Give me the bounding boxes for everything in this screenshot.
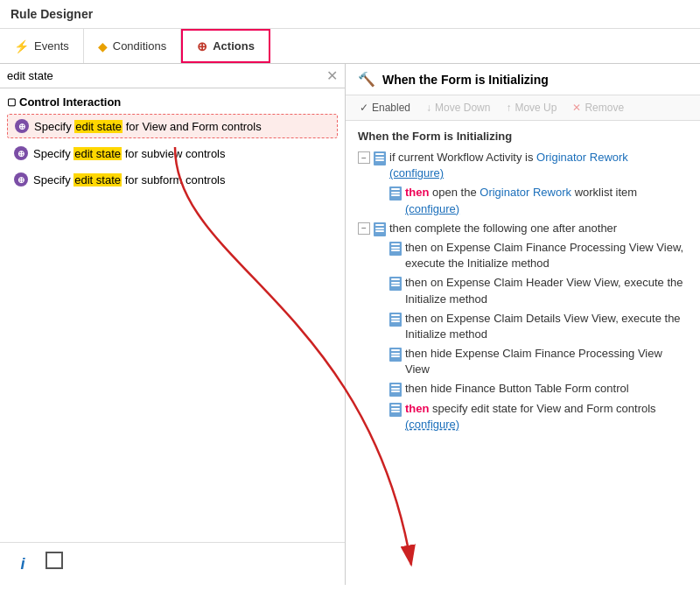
enabled-icon: ✓ (360, 102, 368, 114)
section-header: ▢ Control Interaction (7, 95, 338, 109)
tab-actions-label: Actions (213, 39, 255, 53)
list-item[interactable]: ⊕ Specify edit state for subview control… (7, 142, 338, 165)
rule-row-6: then specify edit state for View and For… (389, 401, 688, 433)
section-header-label: Control Interaction (19, 95, 121, 109)
page-title: Rule Designer (0, 0, 700, 29)
item-text-3: Specify edit state for subform controls (33, 173, 226, 186)
rule-text-then-block: then complete the following one after an… (389, 221, 617, 236)
doc-icon-1 (389, 242, 402, 256)
then-keyword-2: then (405, 402, 429, 415)
conditions-icon: ◆ (98, 39, 108, 53)
doc-icon-2 (389, 277, 402, 291)
rule-text-2: then on Expense Claim Header View View, … (405, 275, 688, 306)
section-title: When the Form is Initializing (358, 130, 688, 143)
move-down-label: Move Down (435, 102, 490, 114)
link-originator-rework[interactable]: Originator Rework (536, 151, 628, 164)
square-button[interactable] (46, 552, 63, 569)
right-header-title: When the Form is Initializing (382, 73, 549, 87)
tab-conditions-label: Conditions (113, 39, 166, 53)
then-keyword: then (405, 186, 429, 199)
right-content: When the Form is Initializing − if curre… (346, 121, 700, 585)
rule-text-5: then hide Finance Button Table Form cont… (405, 381, 629, 397)
tab-bar: ⚡ Events ◆ Conditions ⊕ Actions (0, 29, 700, 64)
collapse-if[interactable]: − (358, 151, 370, 164)
doc-icon-then (389, 186, 402, 201)
move-down-icon: ↓ (426, 102, 431, 114)
rule-text-3: then on Expense Claim Details View View,… (405, 311, 688, 342)
move-up-button[interactable]: ↑ Move Up (499, 99, 564, 116)
item-text-1: Specify edit state for View and Form con… (34, 120, 262, 133)
rule-row-1: then on Expense Claim Finance Processing… (389, 240, 688, 271)
tab-events-label: Events (34, 39, 69, 53)
link-originator-rework-2[interactable]: Originator Rework (480, 186, 571, 199)
link-configure-last[interactable]: (configure) (405, 418, 459, 431)
enabled-label: Enabled (372, 102, 410, 114)
collapse-icon[interactable]: ▢ (7, 96, 16, 108)
action-bar: ✓ Enabled ↓ Move Down ↑ Move Up ✕ Remove (346, 95, 700, 121)
doc-icon-3 (389, 313, 402, 327)
item-icon-2: ⊕ (14, 146, 28, 160)
item-icon-3: ⊕ (14, 172, 28, 186)
rule-row-5: then hide Finance Button Table Form cont… (389, 381, 688, 397)
doc-icon-4 (389, 348, 402, 362)
item-icon-1: ⊕ (15, 119, 29, 133)
rule-text-6: then specify edit state for View and For… (405, 401, 688, 433)
rule-row-3: then on Expense Claim Details View View,… (389, 311, 688, 342)
search-bar: ✕ (0, 64, 345, 88)
list-item[interactable]: ⊕ Specify edit state for subform control… (7, 168, 338, 191)
search-clear-button[interactable]: ✕ (326, 67, 338, 84)
doc-icon-6 (389, 403, 402, 417)
doc-icon-then-block (374, 222, 386, 236)
rule-text-1: then on Expense Claim Finance Processing… (405, 240, 688, 271)
remove-label: Remove (584, 102, 624, 114)
tree-area: ▢ Control Interaction ⊕ Specify edit sta… (0, 88, 345, 542)
right-header: 🔨 When the Form is Initializing (346, 64, 700, 95)
rule-row-2: then on Expense Claim Header View View, … (389, 275, 688, 306)
rule-text-then-open: then open the Originator Rework worklist… (405, 185, 688, 216)
tab-events[interactable]: ⚡ Events (0, 29, 84, 63)
remove-icon: ✕ (572, 102, 581, 114)
then-children: then on Expense Claim Finance Processing… (389, 240, 688, 433)
rule-row-if: − if current Workflow Activity is Origin… (358, 150, 688, 181)
main-container: ✕ ▢ Control Interaction ⊕ Specify edit s… (0, 64, 700, 585)
info-button[interactable]: i (10, 552, 35, 576)
link-configure-if[interactable]: (configure) (389, 166, 444, 179)
rule-row-4: then hide Expense Claim Finance Processi… (389, 346, 688, 377)
move-up-icon: ↑ (506, 102, 511, 114)
doc-icon-if (374, 151, 386, 165)
link-configure-then[interactable]: (configure) (405, 202, 459, 215)
rule-row-then-block: − then complete the following one after … (358, 221, 688, 236)
search-input[interactable] (7, 69, 321, 82)
wrench-icon: 🔨 (358, 71, 375, 88)
rule-tree: − if current Workflow Activity is Origin… (358, 150, 688, 433)
tab-actions[interactable]: ⊕ Actions (181, 29, 270, 63)
enabled-button[interactable]: ✓ Enabled (353, 99, 417, 116)
list-item[interactable]: ⊕ Specify edit state for View and Form c… (7, 114, 338, 138)
tab-conditions[interactable]: ◆ Conditions (84, 29, 181, 63)
doc-icon-5 (389, 383, 402, 397)
rule-text-4: then hide Expense Claim Finance Processi… (405, 346, 688, 377)
item-text-2: Specify edit state for subview controls (33, 147, 226, 160)
events-icon: ⚡ (14, 39, 29, 53)
collapse-then-block[interactable]: − (358, 222, 370, 235)
right-panel: 🔨 When the Form is Initializing ✓ Enable… (346, 64, 700, 585)
left-panel: ✕ ▢ Control Interaction ⊕ Specify edit s… (0, 64, 346, 585)
move-down-button[interactable]: ↓ Move Down (419, 99, 497, 116)
remove-button[interactable]: ✕ Remove (565, 99, 631, 116)
move-up-label: Move Up (514, 102, 556, 114)
rule-row-then-open: then open the Originator Rework worklist… (389, 185, 688, 216)
rule-text-if: if current Workflow Activity is Originat… (389, 150, 628, 181)
actions-icon: ⊕ (197, 39, 207, 53)
bottom-toolbar: i (0, 542, 345, 585)
